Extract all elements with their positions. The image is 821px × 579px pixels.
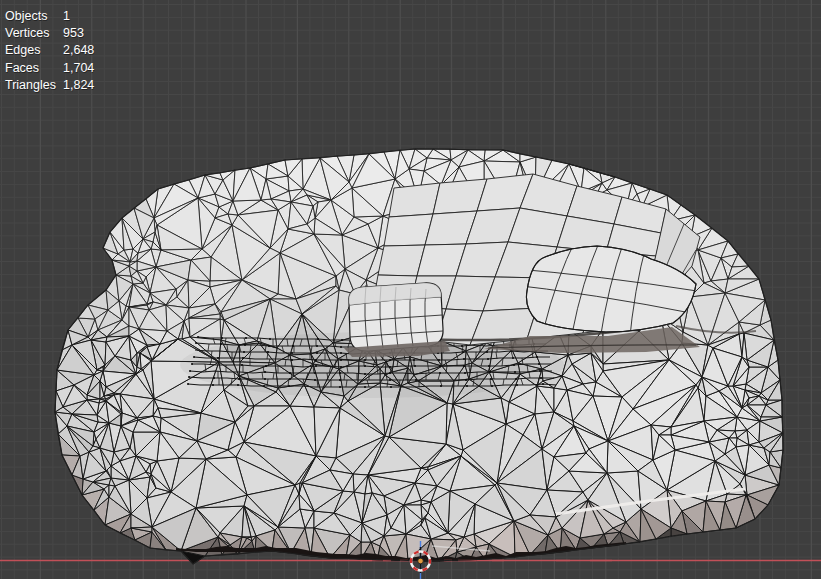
svg-text:Triangles: Triangles: [5, 78, 56, 92]
svg-text:1,704: 1,704: [63, 61, 94, 75]
svg-text:Vertices: Vertices: [5, 26, 49, 40]
svg-text:1: 1: [63, 9, 70, 23]
svg-text:Objects: Objects: [5, 9, 47, 23]
svg-text:2,648: 2,648: [63, 43, 94, 57]
svg-text:953: 953: [63, 26, 84, 40]
svg-text:1,824: 1,824: [63, 78, 94, 92]
svg-text:Edges: Edges: [5, 43, 40, 57]
svg-text:Faces: Faces: [5, 61, 39, 75]
